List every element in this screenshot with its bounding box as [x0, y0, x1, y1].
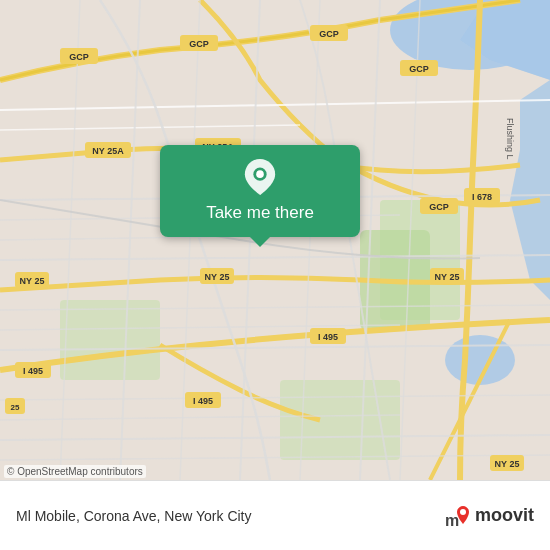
svg-text:NY 25: NY 25 [495, 459, 520, 469]
svg-text:m: m [445, 512, 459, 529]
svg-text:NY 25: NY 25 [20, 276, 45, 286]
svg-text:GCP: GCP [69, 52, 89, 62]
info-bar: Ml Mobile, Corona Ave, New York City m m… [0, 480, 550, 550]
take-me-there-label: Take me there [206, 203, 314, 223]
svg-rect-6 [60, 300, 160, 380]
moovit-logo: m moovit [443, 502, 534, 530]
svg-text:NY 25: NY 25 [205, 272, 230, 282]
svg-text:Flushing L: Flushing L [505, 118, 515, 160]
svg-point-64 [460, 509, 466, 515]
svg-point-63 [256, 170, 264, 178]
svg-text:GCP: GCP [409, 64, 429, 74]
take-me-there-popup[interactable]: Take me there [160, 145, 360, 237]
svg-text:GCP: GCP [189, 39, 209, 49]
svg-text:I 495: I 495 [23, 366, 43, 376]
svg-text:25: 25 [11, 403, 20, 412]
svg-rect-7 [280, 380, 400, 460]
svg-text:NY 25A: NY 25A [92, 146, 124, 156]
osm-attribution: © OpenStreetMap contributors [4, 465, 146, 478]
svg-text:GCP: GCP [429, 202, 449, 212]
location-pin-icon [244, 159, 276, 195]
moovit-logo-icon: m [443, 502, 471, 530]
svg-text:I 678: I 678 [472, 192, 492, 202]
svg-text:NY 25: NY 25 [435, 272, 460, 282]
svg-text:I 495: I 495 [193, 396, 213, 406]
location-text: Ml Mobile, Corona Ave, New York City [16, 508, 443, 524]
svg-text:I 495: I 495 [318, 332, 338, 342]
svg-text:GCP: GCP [319, 29, 339, 39]
moovit-text: moovit [475, 505, 534, 526]
map-container: GCP GCP GCP GCP NY 25A NY 25A NY 25 NY 2… [0, 0, 550, 480]
